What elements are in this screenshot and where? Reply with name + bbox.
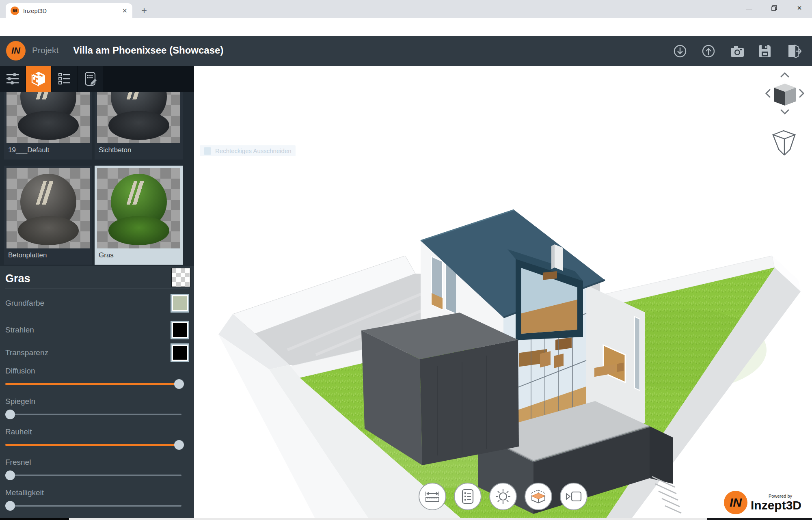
tool-notes[interactable] [78, 66, 103, 92]
app-header: IN Projekt Villa am Phoenixsee (Showcase… [0, 36, 812, 66]
restore-icon[interactable] [762, 0, 787, 16]
tool-object-list[interactable] [52, 66, 77, 92]
page-title: Villa am Phoenixsee (Showcase) [73, 45, 223, 56]
snip-icon [204, 147, 211, 155]
texture-swatch[interactable] [171, 268, 190, 287]
sidebar-tool-tabs [0, 66, 194, 92]
watermark: IN Powered by Inzept3D [724, 491, 801, 514]
color-swatch[interactable] [171, 321, 189, 339]
slider-knob[interactable] [5, 410, 15, 419]
watermark-logo: IN [724, 491, 747, 514]
chevron-right-icon [800, 90, 803, 97]
tool-materials[interactable] [26, 66, 51, 92]
tab-title: Inzept3D [23, 8, 122, 14]
property-label: Grundfarbe [5, 299, 44, 308]
new-tab-button[interactable]: + [141, 6, 147, 15]
property-row: Grundfarbe [5, 293, 189, 313]
view-cube-widget[interactable] [757, 67, 810, 160]
ghost-tooltip-text: Rechteckiges Ausschneiden [215, 147, 292, 154]
lighting-button[interactable] [489, 483, 517, 510]
slider-knob[interactable] [5, 470, 15, 480]
material-thumbnail [6, 168, 90, 248]
bottom-strip-light [69, 518, 707, 520]
color-swatch[interactable] [171, 294, 189, 313]
slider-group: Metalligkeit [5, 488, 189, 511]
measure-button[interactable] [419, 483, 446, 510]
slider-label: Diffusion [5, 367, 189, 375]
slider-knob[interactable] [174, 440, 184, 450]
viewport-3d[interactable]: Rechteckiges Ausschneiden [194, 66, 812, 520]
color-swatch[interactable] [171, 343, 189, 362]
slider-label: Rauheit [5, 427, 189, 436]
slider-group: Spiegeln [5, 397, 189, 420]
material-label: Betonplatten [6, 251, 90, 259]
list-icon [58, 72, 71, 85]
slider-group: Rauheit [5, 427, 189, 450]
property-row: Strahlen [5, 320, 189, 340]
slider-label: Fresnel [5, 458, 189, 467]
material-cube-icon [30, 71, 47, 87]
project-label: Projekt [32, 45, 58, 55]
materials-list: 19___Default Sichtbeton Betonplatten Gra… [0, 92, 194, 266]
divider [5, 289, 189, 289]
notes-list-icon [460, 488, 475, 505]
close-icon[interactable]: ✕ [787, 0, 812, 16]
minimize-icon[interactable]: — [736, 0, 762, 16]
property-label: Transparenz [5, 348, 48, 357]
metalligkeit-slider[interactable] [5, 501, 185, 511]
slider-label: Spiegeln [5, 397, 189, 406]
sidebar: 19___Default Sichtbeton Betonplatten Gra… [0, 66, 194, 520]
slider-group: Diffusion [5, 367, 189, 389]
exit-button[interactable] [787, 44, 801, 58]
download-button[interactable] [673, 44, 687, 58]
slider-label: Metalligkeit [5, 488, 189, 497]
browser-url-row: ← → ⟳ inzept3d.com/app/project/d452db048… [0, 18, 812, 37]
perspective-box-icon [773, 131, 795, 155]
spiegeln-slider[interactable] [5, 409, 185, 420]
material-label: Sichtbeton [97, 146, 180, 154]
floor-section-button[interactable] [525, 483, 552, 510]
upload-button[interactable] [702, 44, 715, 58]
save-button[interactable] [758, 44, 772, 58]
bottom-strip-dark [0, 518, 69, 520]
property-label: Strahlen [5, 326, 34, 334]
slider-knob[interactable] [174, 379, 184, 389]
notes-edit-icon [83, 71, 98, 86]
screenshot-button[interactable] [730, 44, 744, 58]
browser-tab-strip: IN Inzept3D ✕ + — ✕ [0, 0, 812, 18]
diffusion-slider[interactable] [5, 379, 185, 389]
fresnel-slider[interactable] [5, 470, 185, 481]
tab-close-icon[interactable]: ✕ [122, 8, 127, 14]
tool-adjust-sliders[interactable] [0, 66, 25, 92]
favicon-icon: IN [11, 6, 19, 15]
material-card-selected[interactable]: Gras [95, 166, 183, 265]
material-thumbnail [97, 168, 180, 248]
panel-title: Gras [5, 272, 30, 285]
material-card[interactable]: Sichtbeton [95, 92, 183, 160]
rauheit-slider[interactable] [5, 440, 185, 450]
material-thumbnail [6, 92, 90, 143]
sliders-icon [6, 73, 19, 85]
video-button[interactable] [560, 483, 587, 510]
viewport-toolbar [419, 483, 587, 510]
app-logo[interactable]: IN [6, 41, 26, 60]
material-card[interactable]: 19___Default [4, 92, 92, 160]
material-label: 19___Default [6, 146, 90, 154]
property-row: Transparenz [5, 343, 189, 363]
chevron-up-icon [781, 73, 788, 77]
material-label: Gras [97, 251, 180, 259]
material-properties-panel: Gras Grundfarbe Strahlen Transparenz Dif… [0, 266, 194, 520]
watermark-brand: Inzept3D [751, 499, 801, 511]
bottom-strip-dark-right [707, 518, 812, 520]
slider-knob[interactable] [5, 501, 15, 511]
browser-tab[interactable]: IN Inzept3D ✕ [6, 3, 132, 18]
notes-list-button[interactable] [454, 483, 482, 510]
chevron-down-icon [781, 110, 788, 114]
measure-icon [424, 488, 441, 505]
ghost-tooltip: Rechteckiges Ausschneiden [200, 145, 296, 156]
scene-canvas[interactable] [194, 66, 812, 520]
material-card[interactable]: Betonplatten [4, 166, 92, 265]
video-icon [565, 490, 583, 503]
floor-section-icon [529, 488, 547, 505]
slider-group: Fresnel [5, 458, 189, 481]
